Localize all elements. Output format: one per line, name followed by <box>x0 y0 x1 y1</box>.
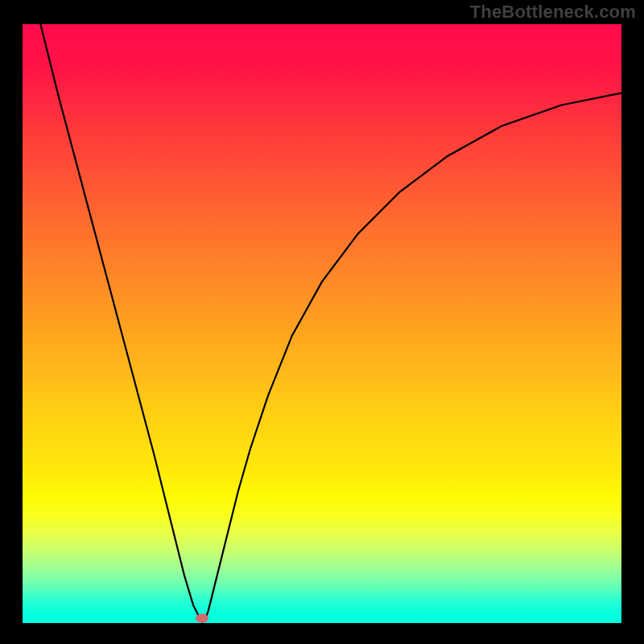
curve-svg <box>23 24 621 623</box>
chart-frame: TheBottleneck.com <box>0 0 644 644</box>
watermark-text: TheBottleneck.com <box>470 2 636 23</box>
minimum-marker <box>196 614 208 623</box>
bottleneck-curve <box>40 24 621 622</box>
plot-area <box>23 24 621 623</box>
